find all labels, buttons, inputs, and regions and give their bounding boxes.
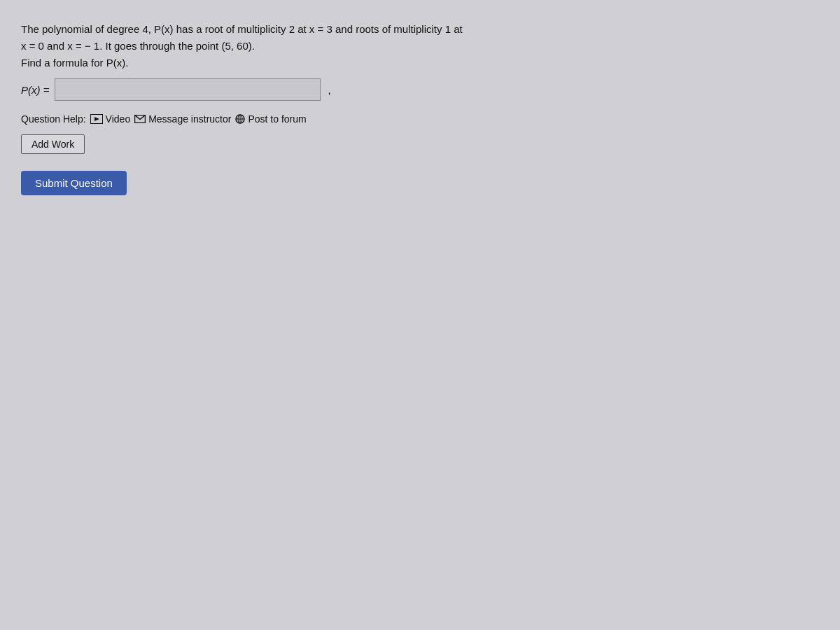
answer-row: P(x) = , <box>21 78 819 101</box>
question-line1: The polynomial of degree 4, P(x) has a r… <box>21 23 463 35</box>
question-line2: x = 0 and x = − 1. It goes through the p… <box>21 40 255 52</box>
answer-comma: , <box>328 84 330 96</box>
add-work-button[interactable]: Add Work <box>21 134 85 154</box>
video-label: Video <box>106 113 131 125</box>
video-link[interactable]: Video <box>90 113 131 125</box>
question-line3: Find a formula for P(x). <box>21 57 128 69</box>
message-label: Message instructor <box>148 113 231 125</box>
help-label: Question Help: <box>21 113 86 125</box>
answer-label: P(x) = <box>21 84 49 96</box>
submit-wrapper: Submit Question <box>21 171 819 195</box>
post-to-forum-link[interactable]: Post to forum <box>235 113 306 125</box>
answer-input[interactable] <box>55 78 321 101</box>
mail-icon <box>134 115 146 123</box>
forum-label: Post to forum <box>248 113 306 125</box>
forum-icon <box>235 114 245 124</box>
question-text: The polynomial of degree 4, P(x) has a r… <box>21 21 819 71</box>
svg-marker-0 <box>94 117 99 121</box>
question-help-row: Question Help: Video Message instructor <box>21 113 819 125</box>
video-icon <box>90 114 103 124</box>
main-container: The polynomial of degree 4, P(x) has a r… <box>0 0 840 630</box>
add-work-wrapper: Add Work <box>21 134 819 171</box>
message-instructor-link[interactable]: Message instructor <box>134 113 231 125</box>
submit-button[interactable]: Submit Question <box>21 171 127 195</box>
